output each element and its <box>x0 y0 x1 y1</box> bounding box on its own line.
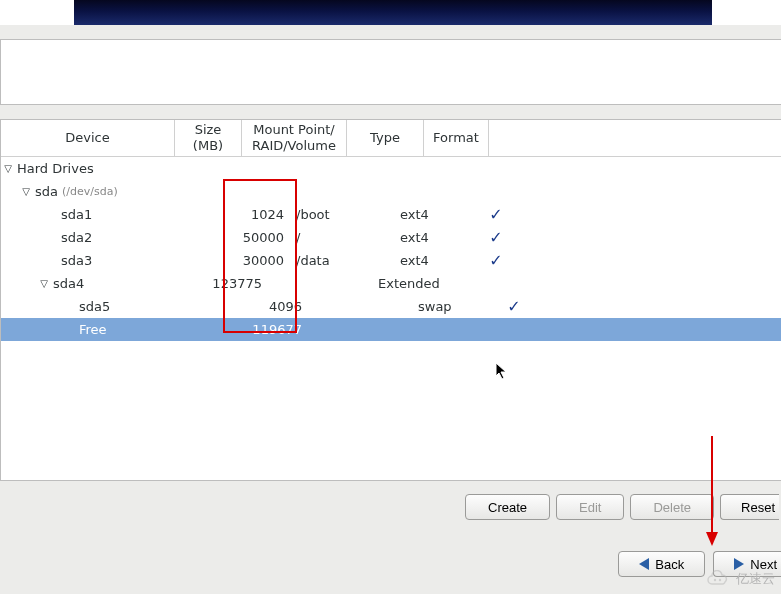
back-button[interactable]: Back <box>618 551 705 577</box>
partition-table: Device Size (MB) Mount Point/ RAID/Volum… <box>0 119 781 481</box>
expand-icon[interactable]: ▽ <box>21 186 31 197</box>
svg-marker-1 <box>706 532 718 546</box>
back-label: Back <box>655 557 684 572</box>
partition-size: 119677 <box>244 322 306 337</box>
check-icon: ✓ <box>489 205 502 224</box>
edit-button: Edit <box>556 494 624 520</box>
tree-root-row[interactable]: ▽ Hard Drives <box>1 157 781 180</box>
delete-button: Delete <box>630 494 714 520</box>
partition-row[interactable]: sda11024/bootext4✓ <box>1 203 781 226</box>
partition-name: sda5 <box>79 299 110 314</box>
partition-size: 50000 <box>226 230 288 245</box>
partition-type: ext4 <box>392 253 468 268</box>
tree-root-label: Hard Drives <box>17 161 94 176</box>
installer-banner-area <box>0 0 781 25</box>
partition-type: ext4 <box>392 230 468 245</box>
arrow-left-icon <box>639 558 649 570</box>
partition-name: sda2 <box>61 230 92 245</box>
partition-row-selected[interactable]: Free119677 <box>1 318 781 341</box>
disk-row[interactable]: ▽ sda (/dev/sda) <box>1 180 781 203</box>
partition-format: ✓ <box>468 251 524 270</box>
installer-banner <box>74 0 712 25</box>
check-icon: ✓ <box>489 251 502 270</box>
partition-row[interactable]: sda330000/dataext4✓ <box>1 249 781 272</box>
svg-point-2 <box>714 579 716 581</box>
expand-icon[interactable]: ▽ <box>3 163 13 174</box>
partition-name: sda3 <box>61 253 92 268</box>
partition-mount: /data <box>288 253 392 268</box>
col-header-device[interactable]: Device <box>1 120 175 156</box>
next-label: Next <box>750 557 777 572</box>
partition-toolbar: Create Edit Delete Reset <box>465 494 781 520</box>
check-icon: ✓ <box>489 228 502 247</box>
partition-type: swap <box>410 299 486 314</box>
disk-path: (/dev/sda) <box>62 185 118 198</box>
disk-visualization-panel <box>0 39 781 105</box>
col-header-mount[interactable]: Mount Point/ RAID/Volume <box>242 120 347 156</box>
partition-format: ✓ <box>486 297 542 316</box>
partition-name: sda1 <box>61 207 92 222</box>
partition-row[interactable]: ▽sda4123775Extended <box>1 272 781 295</box>
disk-name: sda <box>35 184 58 199</box>
partition-size: 4096 <box>244 299 306 314</box>
svg-point-3 <box>719 579 721 581</box>
col-header-type[interactable]: Type <box>347 120 424 156</box>
expand-icon[interactable]: ▽ <box>39 278 49 289</box>
reset-button[interactable]: Reset <box>720 494 779 520</box>
partition-type: Extended <box>370 276 446 291</box>
arrow-right-icon <box>734 558 744 570</box>
partition-size: 30000 <box>226 253 288 268</box>
partition-name: Free <box>79 322 107 337</box>
partition-format: ✓ <box>468 205 524 224</box>
partition-mount: /boot <box>288 207 392 222</box>
partition-mount: / <box>288 230 392 245</box>
partition-row[interactable]: sda54096swap✓ <box>1 295 781 318</box>
wizard-navbar: Back Next <box>618 551 781 577</box>
create-button[interactable]: Create <box>465 494 550 520</box>
col-header-size[interactable]: Size (MB) <box>175 120 242 156</box>
table-header: Device Size (MB) Mount Point/ RAID/Volum… <box>1 120 781 157</box>
check-icon: ✓ <box>507 297 520 316</box>
partition-name: sda4 <box>53 276 84 291</box>
partition-format: ✓ <box>468 228 524 247</box>
partition-row[interactable]: sda250000/ext4✓ <box>1 226 781 249</box>
table-body: ▽ Hard Drives ▽ sda (/dev/sda) sda11024/… <box>1 157 781 341</box>
col-header-format[interactable]: Format <box>424 120 489 156</box>
next-button[interactable]: Next <box>713 551 781 577</box>
partition-type: ext4 <box>392 207 468 222</box>
partition-size: 123775 <box>204 276 266 291</box>
partition-size: 1024 <box>226 207 288 222</box>
